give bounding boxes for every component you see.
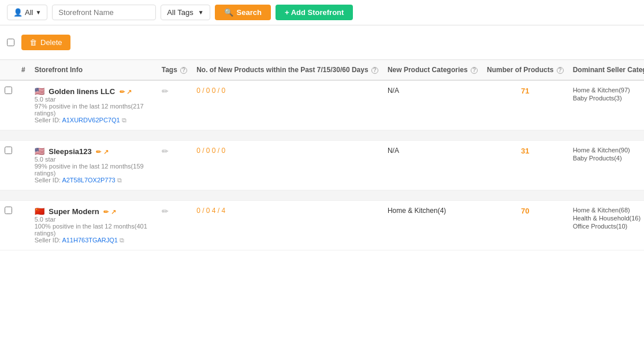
star-rating: 5.0 star [35, 216, 152, 223]
col-tags: Tags ? [157, 60, 192, 80]
row-checkbox[interactable] [5, 87, 12, 94]
row-num [17, 80, 30, 130]
tags-cell: ✏ [157, 201, 192, 250]
dominant-categories-cell: Home & Kitchen(97)Baby Products(3) [568, 80, 644, 130]
row-num [17, 201, 30, 250]
new-cats-help-icon[interactable]: ? [471, 67, 478, 74]
storefront-name-link[interactable]: Golden linens LLC [49, 87, 115, 96]
seller-id-link[interactable]: A1XURDV62PC7Q1 [62, 117, 120, 124]
all-filter-label: All [25, 8, 33, 17]
dominant-categories-cell: Home & Kitchen(90)Baby Products(4) [568, 141, 644, 190]
new-products-value: 0 / 0 4 / 4 [196, 207, 225, 215]
search-button[interactable]: 🔍 Search [215, 5, 271, 20]
seller-id: Seller ID: A2T58L7OX2P773 ⧉ [35, 177, 152, 184]
category-item: Baby Products(4) [573, 155, 644, 162]
tags-cell: ✏ [157, 141, 192, 190]
number-products-value: 31 [521, 147, 529, 155]
tag-edit-icon[interactable]: ✏ [162, 147, 169, 156]
storefront-name-link[interactable]: Super Modern [49, 207, 99, 216]
new-products-cell: 0 / 0 0 / 0 [192, 141, 383, 190]
external-link-icon[interactable]: ↗ [111, 208, 116, 215]
storefront-info-cell: 🇺🇸 Sleepsia123 ✏ ↗ 5.0 star 99% positive… [30, 141, 157, 190]
seller-id-link[interactable]: A11H763TGARJQ1 [62, 237, 118, 244]
tag-edit-icon[interactable]: ✏ [162, 207, 169, 216]
category-item: Home & Kitchen(97) [573, 87, 644, 93]
storefront-info-cell: 🇨🇳 Super Modern ✏ ↗ 5.0 star 100% positi… [30, 201, 157, 250]
all-filter[interactable]: 👤 All ▼ [7, 5, 47, 20]
copy-icon[interactable]: ⧉ [117, 177, 122, 184]
col-new-products: No. of New Products within the Past 7/15… [192, 60, 383, 80]
seller-id: Seller ID: A11H763TGARJQ1 ⧉ [35, 237, 152, 244]
new-products-value: 0 / 0 0 / 0 [196, 87, 225, 95]
tags-cell: ✏ [157, 80, 192, 130]
flag-icon: 🇨🇳 [35, 207, 44, 216]
row-num [17, 141, 30, 190]
table-row: 🇺🇸 Sleepsia123 ✏ ↗ 5.0 star 99% positive… [0, 141, 644, 190]
category-item: Health & Household(16) [573, 215, 644, 222]
storefront-table: # Storefront Info Tags ? No. of New Prod… [0, 60, 644, 250]
seller-id-link[interactable]: A2T58L7OX2P773 [62, 177, 115, 184]
number-products-cell: 31 [482, 141, 568, 190]
new-products-cell: 0 / 0 0 / 0 [192, 80, 383, 130]
add-storefront-button[interactable]: + Add Storefront [276, 5, 353, 20]
category-item: Home & Kitchen(68) [573, 207, 644, 214]
chevron-down-icon: ▼ [35, 9, 41, 16]
seller-id: Seller ID: A1XURDV62PC7Q1 ⧉ [35, 117, 152, 124]
col-checkbox [0, 60, 17, 80]
new-products-value: 0 / 0 0 / 0 [196, 147, 225, 155]
storefront-name-link[interactable]: Sleepsia123 [49, 147, 91, 156]
col-dominant-seller: Dominant Seller Categories ? [568, 60, 644, 80]
category-item: Home & Kitchen(90) [573, 147, 644, 154]
edit-icon[interactable]: ✏ [120, 88, 125, 95]
user-icon: 👤 [13, 8, 23, 17]
number-products-cell: 70 [482, 201, 568, 250]
dominant-categories-cell: Home & Kitchen(68)Health & Household(16)… [568, 201, 644, 250]
external-link-icon[interactable]: ↗ [103, 148, 109, 155]
toolbar: 👤 All ▼ All Tags ▼ 🔍 Search + Add Storef… [0, 0, 644, 25]
number-products-cell: 71 [482, 80, 568, 130]
edit-icon[interactable]: ✏ [103, 208, 109, 215]
number-products-value: 70 [521, 207, 529, 215]
new-categories-cell: Home & Kitchen(4) [383, 201, 482, 250]
copy-icon[interactable]: ⧉ [122, 117, 126, 124]
new-categories-cell: N/A [383, 80, 482, 130]
col-number-products: Number of Products ? [482, 60, 568, 80]
tag-edit-icon[interactable]: ✏ [162, 87, 169, 96]
sub-toolbar: 🗑 Delete [0, 25, 644, 60]
num-prods-help-icon[interactable]: ? [557, 67, 564, 74]
flag-icon: 🇺🇸 [35, 87, 44, 96]
table-container: # Storefront Info Tags ? No. of New Prod… [0, 60, 644, 250]
new-products-help-icon[interactable]: ? [371, 67, 378, 74]
col-storefront-info: Storefront Info [30, 60, 157, 80]
col-num: # [17, 60, 30, 80]
star-rating: 5.0 star [35, 96, 152, 103]
tags-filter-label: All Tags [167, 8, 193, 17]
new-products-cell: 0 / 0 4 / 4 [192, 201, 383, 250]
edit-icon[interactable]: ✏ [96, 148, 101, 155]
category-item: Office Products(10) [573, 223, 644, 230]
positive-rating: 100% positive in the last 12 months(401 … [35, 223, 152, 237]
star-rating: 5.0 star [35, 156, 152, 163]
row-checkbox[interactable] [5, 147, 12, 154]
select-all-checkbox[interactable] [7, 39, 14, 46]
number-products-value: 71 [521, 87, 529, 95]
external-link-icon[interactable]: ↗ [126, 88, 132, 95]
flag-icon: 🇺🇸 [35, 147, 44, 156]
delete-button[interactable]: 🗑 Delete [21, 35, 70, 50]
new-categories-cell: N/A [383, 141, 482, 190]
storefront-info-cell: 🇺🇸 Golden linens LLC ✏ ↗ 5.0 star 97% po… [30, 80, 157, 130]
category-item: Baby Products(3) [573, 95, 644, 102]
copy-icon[interactable]: ⧉ [120, 237, 124, 244]
storefront-input[interactable] [52, 5, 156, 20]
col-new-categories: New Product Categories ? [383, 60, 482, 80]
tags-help-icon[interactable]: ? [180, 67, 187, 74]
search-icon: 🔍 [224, 8, 233, 17]
chevron-down-icon2: ▼ [198, 9, 204, 16]
row-checkbox[interactable] [5, 207, 12, 214]
table-row: 🇨🇳 Super Modern ✏ ↗ 5.0 star 100% positi… [0, 201, 644, 250]
table-header-row: # Storefront Info Tags ? No. of New Prod… [0, 60, 644, 80]
trash-icon: 🗑 [29, 38, 37, 47]
tags-filter[interactable]: All Tags ▼ [161, 5, 210, 20]
positive-rating: 99% positive in the last 12 months(159 r… [35, 163, 152, 177]
positive-rating: 97% positive in the last 12 months(217 r… [35, 103, 152, 117]
